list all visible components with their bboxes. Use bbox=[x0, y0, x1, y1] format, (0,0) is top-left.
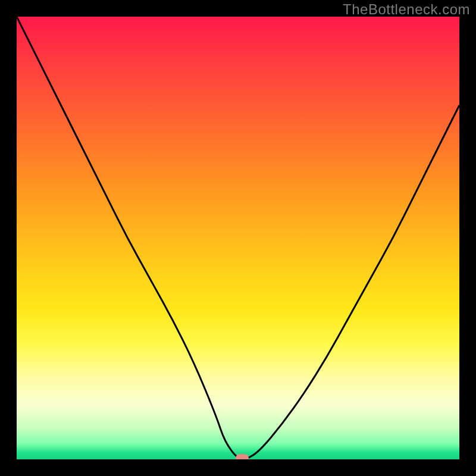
chart-frame: TheBottleneck.com bbox=[0, 0, 476, 476]
curve-path bbox=[17, 17, 459, 459]
plot-area bbox=[17, 17, 459, 459]
bottleneck-curve bbox=[17, 17, 459, 459]
optimal-point-marker bbox=[236, 454, 249, 459]
watermark-text: TheBottleneck.com bbox=[343, 1, 470, 18]
